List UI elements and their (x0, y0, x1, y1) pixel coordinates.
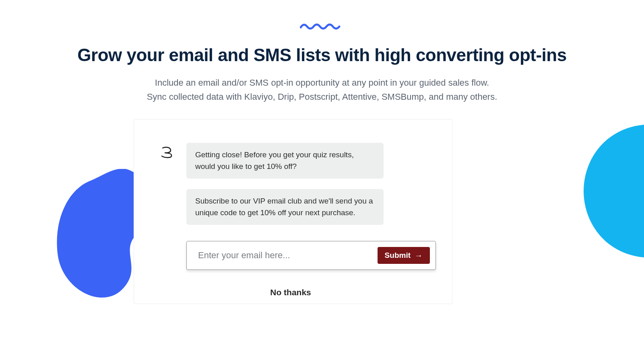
page-headline: Grow your email and SMS lists with high … (0, 45, 644, 65)
subtext-line-1: Include an email and/or SMS opt-in oppor… (0, 76, 644, 90)
subtext-line-2: Sync collected data with Klaviyo, Drip, … (0, 90, 644, 104)
blob-right-decoration (584, 125, 644, 257)
submit-button[interactable]: Submit → (378, 247, 430, 264)
squiggle-icon (300, 22, 344, 30)
submit-button-label: Submit (385, 251, 411, 260)
decline-link[interactable]: No thanks (159, 288, 422, 297)
chat-row-2: Subscribe to our VIP email club and we'l… (186, 189, 422, 225)
email-input[interactable] (198, 250, 378, 261)
brand-avatar-icon (159, 144, 175, 160)
optin-card: Getting close! Before you get your quiz … (134, 119, 452, 304)
page: Grow your email and SMS lists with high … (0, 0, 644, 362)
chat-bubble-1: Getting close! Before you get your quiz … (186, 143, 384, 179)
chat-bubble-2: Subscribe to our VIP email club and we'l… (186, 189, 384, 225)
chat-row-1: Getting close! Before you get your quiz … (159, 143, 422, 179)
page-subtext: Include an email and/or SMS opt-in oppor… (0, 76, 644, 104)
email-input-row: Submit → (186, 241, 436, 270)
arrow-right-icon: → (415, 251, 423, 259)
